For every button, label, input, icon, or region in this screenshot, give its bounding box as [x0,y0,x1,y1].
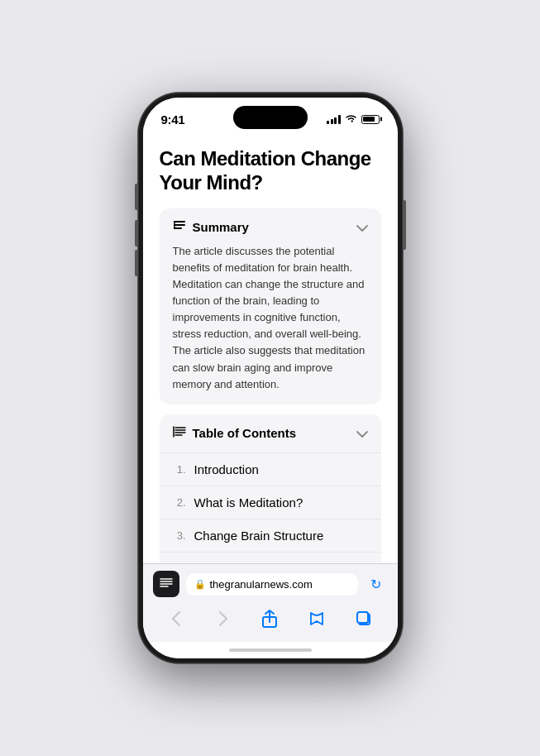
status-bar: 9:41 [143,98,398,134]
toc-item[interactable]: 1. Introduction [160,453,381,486]
reload-icon: ↻ [370,577,381,592]
browser-bar: 🔒 thegranularnews.com ↻ [143,563,398,642]
summary-chevron[interactable] [356,220,368,235]
summary-title: Summary [193,220,249,234]
signal-icon [327,114,341,124]
dynamic-island [233,106,308,129]
summary-title-row: Summary [173,220,249,234]
bookmarks-button[interactable] [302,607,332,630]
toc-title: Table of Contents [193,426,297,440]
wifi-icon [345,113,357,126]
tabs-button[interactable] [349,607,379,630]
status-icons [327,113,380,126]
summary-body: The article discusses the potential bene… [173,243,368,393]
url-bar-row: 🔒 thegranularnews.com ↻ [153,571,388,597]
toc-header[interactable]: Table of Contents [160,414,381,453]
toc-title-row: Table of Contents [173,426,297,441]
reload-button[interactable]: ↻ [365,572,388,596]
toc-num-3: 3. [173,529,186,542]
summary-card[interactable]: Summary The article discusses the potent… [160,208,381,404]
toc-num-2: 2. [173,496,186,509]
toc-label-2: What is Meditation? [194,495,303,510]
reader-mode-button[interactable] [153,571,179,597]
url-text: thegranularnews.com [210,578,350,591]
toc-chevron[interactable] [356,426,368,441]
home-bar [229,648,312,652]
toc-card[interactable]: Table of Contents 1. Introduction 2. Wha… [160,414,381,563]
summary-icon [173,220,186,234]
phone-frame: 9:41 [138,93,403,663]
toc-label-1: Introduction [194,462,259,476]
toc-label-3: Change Brain Structure [194,529,324,543]
battery-icon [361,115,380,124]
svg-rect-1 [174,224,185,226]
lock-icon: 🔒 [194,579,206,590]
content-area[interactable]: Can Meditation Change Your Mind? [143,134,398,563]
forward-button[interactable] [208,607,238,630]
share-button[interactable] [255,607,284,630]
nav-bar [153,604,388,637]
toc-icon [173,426,186,441]
toc-item[interactable]: 4. Strengthen Brain Networks [160,553,381,563]
phone-screen: 9:41 [143,98,398,658]
toc-item[interactable]: 2. What is Meditation? [160,486,381,519]
back-button[interactable] [161,607,191,630]
article-title: Can Meditation Change Your Mind? [160,147,381,195]
reader-mode-icon [160,577,173,591]
status-time: 9:41 [161,112,185,127]
toc-item[interactable]: 3. Change Brain Structure [160,519,381,553]
svg-rect-15 [357,612,368,623]
toc-num-1: 1. [173,463,186,476]
svg-rect-0 [174,221,185,222]
url-field[interactable]: 🔒 thegranularnews.com [186,573,358,596]
summary-header: Summary [173,220,368,235]
home-indicator [143,642,398,658]
